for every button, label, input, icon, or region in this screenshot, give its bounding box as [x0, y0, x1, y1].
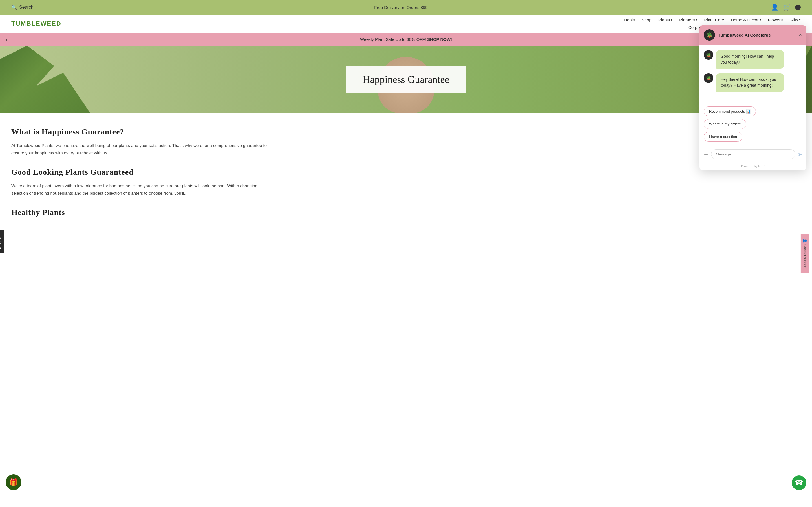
- main-nav: TUMBLEWEED Deals Shop Plants▾ Planters▾ …: [0, 15, 812, 33]
- section3-heading: Healthy Plants: [11, 208, 271, 217]
- section1-heading: What is Happiness Guarantee?: [11, 127, 271, 136]
- nav-deals[interactable]: Deals: [624, 17, 635, 22]
- nav-row-1: Deals Shop Plants▾ Planters▾ Plant Care …: [624, 15, 801, 24]
- account-icon[interactable]: 👤: [771, 4, 778, 11]
- chat-header: 🪴 Tumbleweed AI Concierge − ×: [699, 25, 806, 45]
- chat-message-1: 🪴 Good morning! How can I help you today…: [704, 50, 802, 69]
- chat-title: Tumbleweed AI Concierge: [718, 33, 789, 38]
- chat-bot-avatar-1: 🪴: [704, 50, 713, 60]
- promo-message: Free Delivery on Orders $99+: [374, 5, 430, 10]
- top-bar: 🔍 Search Free Delivery on Orders $99+ 👤 …: [0, 0, 812, 15]
- hero-section: Happiness Guarantee: [0, 46, 812, 113]
- top-bar-icons: 👤 🛒 0: [771, 4, 801, 11]
- nav-plants[interactable]: Plants▾: [658, 17, 673, 22]
- section2-heading: Good Looking Plants Guaranteed: [11, 168, 271, 177]
- nav-plantcare[interactable]: Plant Care: [704, 17, 724, 22]
- chat-body: 🪴 Good morning! How can I help you today…: [699, 45, 806, 107]
- hero-title-box: Happiness Guarantee: [346, 66, 466, 93]
- chat-powered-by-label: Powered by: [741, 165, 757, 168]
- chat-avatar: 🪴: [704, 29, 715, 41]
- chat-suggestions: Recommend products 📊 Where is my order? …: [699, 107, 806, 146]
- banner-prev-arrow[interactable]: ‹: [6, 36, 8, 43]
- nav-gifts[interactable]: Gifts▾: [790, 17, 801, 22]
- nav-homedecor[interactable]: Home & Decor▾: [731, 17, 761, 22]
- chat-message-2: 🪴 Hey there! How can I assist you today?…: [704, 73, 802, 92]
- promo-text: Weekly Plant Sale Up to 30% OFF!: [360, 37, 427, 42]
- chat-brand-label: REP: [758, 165, 765, 168]
- search-icon: 🔍: [11, 5, 17, 10]
- chat-footer: Powered by REP: [699, 162, 806, 170]
- main-content: What is Happiness Guarantee? At Tumblewe…: [0, 113, 282, 237]
- chat-bubble-2: Hey there! How can I assist you today? H…: [716, 73, 784, 92]
- chat-input-row: ← ➤: [699, 146, 806, 162]
- chat-send-button[interactable]: ➤: [798, 151, 802, 158]
- suggest-order-status[interactable]: Where is my order?: [704, 119, 746, 129]
- section1-text: At Tumbleweed Plants, we prioritize the …: [11, 142, 271, 156]
- chat-back-button[interactable]: ←: [703, 151, 709, 158]
- cart-count: 0: [795, 4, 801, 10]
- chat-widget: 🪴 Tumbleweed AI Concierge − × 🪴 Good mor…: [699, 25, 806, 170]
- promo-banner: ‹ Weekly Plant Sale Up to 30% OFF! SHOP …: [0, 33, 812, 46]
- nav-shop[interactable]: Shop: [642, 17, 652, 22]
- suggest-question[interactable]: I have a question: [704, 132, 742, 142]
- chat-minimize-button[interactable]: −: [792, 32, 795, 38]
- cart-icon[interactable]: 🛒: [783, 4, 791, 11]
- chat-bubble-1: Good morning! How can I help you today?: [716, 50, 784, 69]
- reviews-tab[interactable]: Reviews: [0, 230, 4, 237]
- search-label: Search: [19, 5, 34, 10]
- chat-bot-avatar-2: 🪴: [704, 73, 713, 83]
- search-button[interactable]: 🔍 Search: [11, 5, 34, 10]
- promo-link[interactable]: SHOP NOW!: [427, 37, 452, 42]
- plant-left-decoration: [0, 46, 90, 113]
- contact-support-tab[interactable]: 👤 Contact support: [801, 234, 809, 237]
- chat-header-actions: − ×: [792, 32, 802, 38]
- chat-close-button[interactable]: ×: [799, 32, 802, 38]
- nav-flowers[interactable]: Flowers: [768, 17, 783, 22]
- hero-title: Happiness Guarantee: [363, 73, 449, 86]
- suggest-recommend-products[interactable]: Recommend products 📊: [704, 107, 756, 116]
- section2-text: We're a team of plant lovers with a low …: [11, 182, 271, 196]
- nav-planters[interactable]: Planters▾: [679, 17, 697, 22]
- logo[interactable]: TUMBLEWEED: [11, 15, 61, 33]
- chat-message-input[interactable]: [711, 149, 795, 159]
